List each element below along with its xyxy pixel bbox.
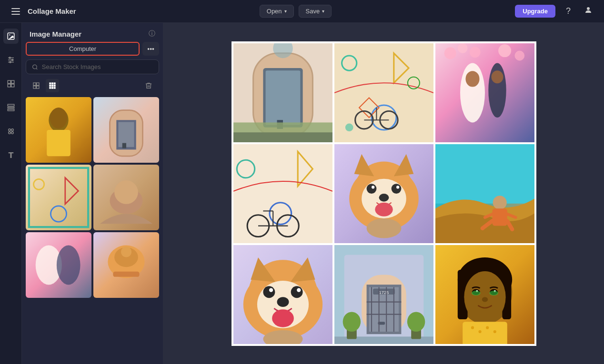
svg-rect-24 — [33, 86, 36, 89]
collage-cell[interactable] — [334, 144, 433, 243]
svg-point-163 — [489, 290, 498, 295]
collage-cell[interactable]: 1725 — [334, 245, 433, 344]
svg-point-101 — [391, 184, 401, 194]
svg-rect-22 — [33, 83, 36, 85]
svg-point-159 — [478, 330, 481, 333]
svg-rect-12 — [11, 84, 14, 87]
thumbnail-grid — [22, 97, 163, 298]
svg-point-81 — [498, 44, 511, 57]
tab-more[interactable]: ••• — [142, 42, 159, 56]
svg-rect-26 — [49, 82, 51, 84]
svg-rect-37 — [47, 130, 70, 156]
chevron-down-icon: ▾ — [284, 9, 287, 14]
svg-point-161 — [493, 330, 496, 333]
svg-point-20 — [33, 65, 37, 69]
open-button[interactable]: Open ▾ — [260, 5, 294, 18]
svg-point-17 — [11, 129, 13, 131]
grid-3-icon — [49, 82, 56, 89]
svg-line-21 — [36, 68, 37, 69]
menu-button[interactable] — [9, 4, 23, 19]
svg-point-158 — [471, 326, 473, 329]
grid-2-icon — [32, 82, 40, 89]
collage-cell[interactable] — [334, 43, 433, 142]
svg-rect-29 — [49, 85, 51, 87]
account-button[interactable] — [581, 4, 595, 19]
app-header: Collage Maker Open ▾ Save ▾ Upgrade ? — [0, 0, 604, 23]
header-center: Open ▾ Save ▾ — [260, 5, 332, 18]
svg-rect-25 — [37, 86, 39, 89]
svg-point-53 — [57, 246, 81, 285]
svg-point-82 — [514, 50, 524, 60]
help-icon: ? — [566, 6, 571, 16]
view-controls — [22, 79, 163, 97]
svg-point-18 — [8, 132, 10, 134]
svg-rect-62 — [265, 70, 300, 125]
trash-icon — [145, 82, 152, 89]
icon-bar-filters[interactable] — [3, 52, 19, 68]
svg-rect-108 — [435, 144, 534, 204]
svg-point-121 — [269, 288, 272, 292]
collage-cell[interactable] — [233, 144, 332, 243]
icon-bar-elements[interactable] — [3, 124, 19, 139]
sidebar-tabs: Computer ••• — [22, 42, 163, 59]
svg-point-58 — [121, 246, 131, 257]
svg-rect-23 — [37, 83, 39, 85]
thumbnail-item[interactable] — [93, 97, 159, 163]
svg-point-80 — [469, 47, 480, 58]
svg-rect-43 — [122, 143, 126, 148]
svg-point-38 — [50, 108, 67, 128]
svg-point-19 — [11, 132, 13, 134]
svg-point-102 — [372, 186, 374, 188]
delete-button[interactable] — [142, 79, 155, 92]
sidebar-title: Image Manager — [30, 30, 81, 38]
svg-rect-110 — [492, 208, 507, 226]
thumbnail-item[interactable] — [26, 97, 91, 163]
svg-text:1725: 1725 — [379, 290, 389, 295]
svg-point-7 — [11, 59, 13, 61]
svg-point-8 — [10, 61, 11, 63]
view-grid-2-button[interactable] — [30, 79, 43, 92]
svg-point-109 — [493, 196, 506, 209]
svg-point-2 — [9, 34, 10, 35]
svg-rect-27 — [51, 82, 53, 84]
icon-bar-layout[interactable] — [3, 76, 19, 91]
icon-bar-text-layout[interactable] — [3, 100, 19, 115]
header-left: Collage Maker — [9, 4, 76, 19]
thumbnail-item[interactable] — [93, 165, 159, 230]
svg-rect-157 — [463, 322, 507, 344]
save-button[interactable]: Save ▾ — [299, 5, 332, 18]
svg-rect-13 — [8, 104, 14, 106]
sidebar-header: Image Manager ⓘ — [22, 23, 163, 42]
svg-point-122 — [297, 288, 301, 292]
svg-point-124 — [272, 309, 294, 327]
collage-cell[interactable] — [435, 43, 534, 142]
svg-rect-44 — [26, 165, 91, 230]
thumbnail-item[interactable] — [93, 232, 159, 298]
svg-point-103 — [396, 186, 399, 188]
view-grid-3-button[interactable] — [46, 79, 59, 92]
search-input[interactable] — [42, 63, 153, 70]
help-button[interactable]: ? — [561, 4, 575, 19]
svg-point-156 — [482, 297, 487, 302]
upgrade-button[interactable]: Upgrade — [515, 5, 555, 18]
collage-cell[interactable] — [435, 245, 534, 344]
svg-point-16 — [8, 129, 10, 131]
svg-rect-28 — [54, 82, 56, 84]
search-bar[interactable] — [26, 59, 159, 74]
collage-cell[interactable] — [233, 43, 332, 142]
hamburger-icon — [11, 8, 20, 15]
svg-point-0 — [587, 7, 590, 10]
icon-bar-images[interactable] — [3, 29, 19, 44]
svg-point-123 — [277, 297, 289, 307]
collage-cell[interactable] — [233, 245, 332, 344]
collage-cell[interactable] — [435, 144, 534, 243]
tab-computer[interactable]: Computer — [26, 42, 140, 56]
svg-point-50 — [114, 180, 138, 204]
thumbnail-item[interactable] — [26, 165, 91, 230]
thumbnail-item[interactable] — [26, 232, 91, 298]
info-icon[interactable]: ⓘ — [149, 30, 155, 38]
svg-rect-31 — [54, 85, 56, 87]
sidebar: Image Manager ⓘ Computer ••• — [22, 23, 163, 364]
icon-bar-text[interactable] — [3, 148, 19, 163]
svg-rect-15 — [8, 109, 14, 111]
